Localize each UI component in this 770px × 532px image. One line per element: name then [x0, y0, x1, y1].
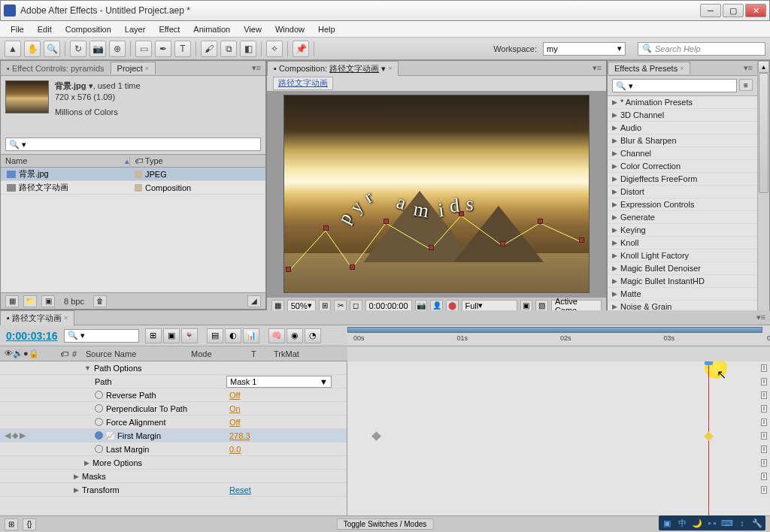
- project-search-input[interactable]: 🔍▾: [5, 138, 261, 151]
- effect-category[interactable]: ▶Color Correction: [608, 160, 757, 173]
- puppet-tool[interactable]: 📌: [293, 41, 309, 57]
- column-type[interactable]: 🏷 Type: [130, 156, 265, 165]
- project-row[interactable]: 路径文字动画Composition: [1, 181, 265, 195]
- close-icon[interactable]: ×: [388, 65, 392, 72]
- property-value[interactable]: On: [226, 404, 347, 413]
- stopwatch-icon[interactable]: [95, 445, 103, 453]
- status-icon-7[interactable]: 🔧: [750, 517, 764, 529]
- disclosure-icon[interactable]: ▼: [84, 364, 91, 372]
- hand-tool[interactable]: ✋: [24, 41, 41, 57]
- menu-window[interactable]: Window: [269, 23, 311, 35]
- property-value[interactable]: Off: [226, 418, 347, 427]
- close-icon[interactable]: ×: [145, 65, 149, 72]
- motion-blur-button[interactable]: ◐: [225, 328, 241, 343]
- tl-tool-3d[interactable]: ◉: [286, 328, 303, 343]
- timeline-row[interactable]: ▶Masks: [0, 470, 347, 483]
- menu-edit[interactable]: Edit: [32, 23, 58, 35]
- eraser-tool[interactable]: ◧: [240, 41, 256, 57]
- time-ruler[interactable]: 00s01s02s03s04s: [347, 325, 770, 346]
- pan-behind-tool[interactable]: ⊕: [109, 41, 126, 57]
- timeline-row[interactable]: ▶TransformReset: [0, 483, 347, 497]
- toggle-button[interactable]: {}: [23, 518, 36, 530]
- menu-effect[interactable]: Effect: [153, 23, 186, 35]
- workspace-dropdown[interactable]: my▾: [543, 42, 626, 56]
- close-icon[interactable]: ×: [64, 314, 68, 322]
- tl-tool-1[interactable]: ⊞: [145, 328, 162, 343]
- scroll-up-icon[interactable]: ▲: [758, 61, 769, 73]
- effect-category[interactable]: ▶Knoll: [608, 237, 757, 249]
- effect-category[interactable]: ▶3D Channel: [608, 109, 757, 122]
- stopwatch-icon[interactable]: [95, 391, 103, 399]
- status-icon-5[interactable]: ⌨: [720, 517, 734, 529]
- tab-composition[interactable]: ▪ Composition: 路径文字动画 ▾×: [267, 61, 399, 76]
- menu-file[interactable]: File: [5, 23, 30, 35]
- effect-category[interactable]: ▶Matte: [608, 288, 757, 301]
- effect-category[interactable]: ▶Expression Controls: [608, 198, 757, 211]
- minimize-button[interactable]: ─: [700, 4, 721, 17]
- effect-category[interactable]: ▶Distort: [608, 186, 757, 198]
- menu-help[interactable]: Help: [312, 23, 341, 35]
- pen-tool[interactable]: ✒: [155, 41, 171, 57]
- status-icon-6[interactable]: ↕: [735, 517, 749, 529]
- tab-effect-controls[interactable]: ▪Effect Controls: pyramids: [1, 62, 111, 74]
- keyframe-start[interactable]: [371, 431, 381, 441]
- status-icon-3[interactable]: 🌙: [690, 517, 704, 529]
- timeline-row[interactable]: ▼Path Options: [0, 361, 347, 375]
- panel-menu-icon[interactable]: ▾≡: [588, 63, 606, 73]
- effect-category[interactable]: ▶Knoll Light Factory: [608, 249, 757, 262]
- expand-button[interactable]: ⊞: [5, 518, 18, 530]
- effect-category[interactable]: ▶Audio: [608, 122, 757, 135]
- property-value[interactable]: Off: [226, 391, 347, 400]
- graph-editor-button[interactable]: 📊: [243, 328, 259, 343]
- trash-button[interactable]: 🗑: [93, 295, 107, 307]
- status-icon-1[interactable]: ▣: [660, 517, 674, 529]
- tl-tool-draft[interactable]: ◔: [305, 328, 321, 343]
- tab-project[interactable]: Project×: [111, 62, 156, 74]
- timeline-row[interactable]: Perpendicular To PathOn: [0, 402, 347, 416]
- disclosure-icon[interactable]: ▶: [74, 473, 79, 480]
- disclosure-icon[interactable]: ▶: [84, 459, 89, 467]
- timecode-display[interactable]: 0:00:03:16: [6, 330, 58, 342]
- property-value[interactable]: 0.0: [226, 445, 347, 454]
- column-name[interactable]: Name▴: [1, 156, 130, 166]
- tab-timeline-comp[interactable]: ▪路径文字动画×: [0, 310, 74, 325]
- effects-scrollbar[interactable]: ▲ ▼: [757, 61, 769, 330]
- close-button[interactable]: ✕: [745, 4, 766, 17]
- stopwatch-icon[interactable]: [95, 404, 103, 413]
- tl-tool-2[interactable]: ▣: [163, 328, 180, 343]
- path-dropdown[interactable]: Mask 1▼: [226, 376, 332, 388]
- stopwatch-icon[interactable]: [95, 418, 103, 426]
- effect-category[interactable]: ▶Blur & Sharpen: [608, 135, 757, 147]
- selection-tool[interactable]: ▲: [5, 41, 21, 57]
- search-help-input[interactable]: 🔍 Search Help: [638, 42, 765, 56]
- effects-search-input[interactable]: 🔍▾: [612, 79, 737, 92]
- property-value[interactable]: 278.3: [226, 431, 347, 440]
- property-value[interactable]: Reset: [226, 485, 347, 494]
- clone-tool[interactable]: ⧉: [220, 41, 237, 57]
- stopwatch-icon[interactable]: [95, 431, 103, 440]
- folder-button[interactable]: 📁: [23, 295, 37, 307]
- timeline-row[interactable]: ▶More Options: [0, 456, 347, 470]
- zoom-tool[interactable]: 🔍: [44, 41, 60, 57]
- timeline-search-input[interactable]: 🔍▾: [64, 329, 139, 343]
- effect-category[interactable]: ▶Keying: [608, 224, 757, 237]
- timeline-row[interactable]: Force AlignmentOff: [0, 416, 347, 429]
- timeline-row[interactable]: ◀◆▶📈First Margin278.3: [0, 429, 347, 443]
- maximize-button[interactable]: ▢: [723, 4, 744, 17]
- panel-menu-icon[interactable]: ▾≡: [247, 63, 265, 73]
- effects-options-icon[interactable]: ≡: [739, 79, 753, 91]
- effect-category[interactable]: ▶Digieffects FreeForm: [608, 173, 757, 186]
- effect-category[interactable]: ▶Channel: [608, 147, 757, 160]
- close-icon[interactable]: ×: [680, 65, 684, 72]
- breadcrumb[interactable]: 路径文字动画: [273, 77, 333, 90]
- comp-button[interactable]: ▣: [41, 295, 55, 307]
- menu-composition[interactable]: Composition: [59, 23, 117, 35]
- rectangle-tool[interactable]: ▭: [135, 41, 152, 57]
- effect-category[interactable]: ▶Generate: [608, 211, 757, 224]
- timeline-row[interactable]: Last Margin0.0: [0, 443, 347, 456]
- type-tool[interactable]: T: [174, 41, 191, 57]
- camera-tool[interactable]: 📷: [89, 41, 106, 57]
- status-icon-4[interactable]: ∘∘: [705, 517, 719, 529]
- menu-layer[interactable]: Layer: [119, 23, 152, 35]
- menu-view[interactable]: View: [238, 23, 268, 35]
